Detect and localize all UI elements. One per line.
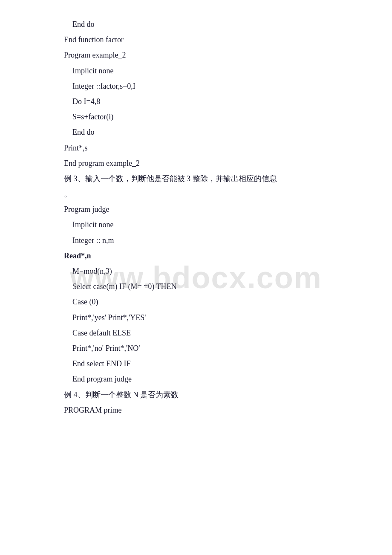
code-line-7: S=s+factor(i) (64, 110, 366, 124)
code-line-22: End select END IF (64, 356, 366, 371)
code-line-15: Read*,n (64, 249, 366, 263)
code-line-2: End function factor (64, 32, 366, 47)
code-line-8: End do (64, 125, 366, 139)
code-line-3: Program example_2 (64, 48, 366, 62)
code-line-6: Do I=4,8 (64, 94, 366, 109)
example-3-period: 。 (64, 187, 366, 201)
code-line-18: Case (0) (64, 295, 366, 309)
code-line-10: End program example_2 (64, 156, 366, 171)
example-4-header: 例 4、判断一个整数 N 是否为素数 (64, 387, 366, 402)
code-line-20: Case default ELSE (64, 326, 366, 340)
example-3-header: 例 3、输入一个数，判断他是否能被 3 整除，并输出相应的信息 (64, 171, 366, 186)
code-line-1: End do (64, 17, 366, 32)
code-line-19: Print*,'yes' Print*,'YES' (64, 310, 366, 325)
code-line-13: Implicit none (64, 217, 366, 232)
code-line-25: PROGRAM prime (64, 403, 366, 417)
code-line-21: Print*,'no' Print*,'NO' (64, 341, 366, 356)
code-line-23: End program judge (64, 372, 366, 386)
code-line-4: Implicit none (64, 64, 366, 78)
code-line-14: Integer :: n,m (64, 233, 366, 248)
code-line-5: Integer ::factor,s=0,I (64, 79, 366, 93)
code-line-12: Program judge (64, 202, 366, 217)
code-line-9: Print*,s (64, 141, 366, 155)
code-line-16: M=mod(n,3) (64, 264, 366, 278)
code-line-17: Select case(m) IF (M= =0) THEN (64, 279, 366, 294)
main-content: End do End function factor Program examp… (64, 17, 366, 417)
